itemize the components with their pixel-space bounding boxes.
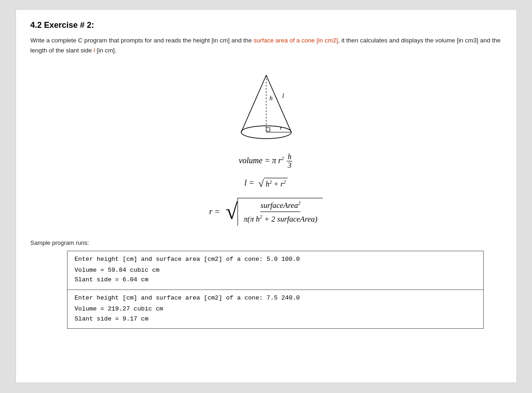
svg-text:l: l: [282, 93, 284, 99]
slant-formula: l = √ h2 + r2: [244, 178, 288, 189]
description: Write a complete C program that prompts …: [31, 36, 502, 55]
run-entry-2: Enter height [cm] and surface area [cm2]…: [67, 290, 483, 328]
sqrt-radicand: h2 + r2: [264, 178, 288, 189]
run2-output: Volume = 219.27 cubic cm Slant side = 9.…: [75, 304, 476, 324]
sample-runs-label: Sample program runs:: [31, 239, 502, 246]
highlight-l: l: [93, 47, 95, 54]
run1-output-line1: Volume = 59.84 cubic cm: [75, 265, 476, 275]
r-fraction-num: surfaceArea2: [260, 200, 300, 212]
fraction-denominator: 3: [287, 161, 292, 170]
run1-output-line2: Slant side = 6.04 cm: [75, 275, 476, 285]
r-fraction-den: π(π h2 + 2 surfaceArea): [243, 214, 317, 224]
run2-output-line2: Slant side = 9.17 cm: [75, 314, 476, 324]
svg-line-1: [241, 75, 266, 132]
radius-formula: r = √ surfaceArea2 π(π h2 + 2 surfaceAre…: [209, 198, 323, 226]
sqrt-container: √ h2 + r2: [258, 178, 288, 189]
cone-diagram: h l r: [31, 66, 502, 148]
fraction-numerator: h: [287, 153, 292, 161]
volume-fraction: h 3: [287, 153, 292, 170]
run1-output: Volume = 59.84 cubic cm Slant side = 6.0…: [75, 265, 476, 285]
page: 4.2 Exercise # 2: Write a complete C pro…: [15, 9, 517, 383]
run-entry-1: Enter height [cm] and surface area [cm2]…: [67, 251, 483, 290]
formulas-area: volume = π r2 h 3 l = √ h2 + r2 r = √ su…: [31, 153, 502, 226]
sqrt-symbol: √: [258, 179, 264, 189]
runs-box: Enter height [cm] and surface area [cm2]…: [67, 251, 484, 329]
big-sqrt: √ surfaceArea2 π(π h2 + 2 surfaceArea): [226, 198, 323, 226]
section-title: 4.2 Exercise # 2:: [31, 21, 502, 30]
r-label: r =: [209, 207, 222, 217]
highlight-surface-area: surface area of a cone [in cm2]: [253, 37, 338, 44]
svg-rect-4: [266, 128, 270, 131]
big-sqrt-symbol: √: [226, 201, 238, 222]
svg-line-2: [266, 75, 291, 132]
cone-svg: h l r: [221, 66, 312, 148]
big-fraction: surfaceArea2 π(π h2 + 2 surfaceArea): [238, 198, 323, 226]
svg-text:h: h: [269, 95, 273, 102]
svg-text:r: r: [280, 124, 283, 131]
run1-input: Enter height [cm] and surface area [cm2]…: [75, 256, 476, 263]
volume-formula: volume = π r2 h 3: [239, 153, 294, 170]
run2-input: Enter height [cm] and surface area [cm2]…: [75, 295, 476, 301]
run2-output-line1: Volume = 219.27 cubic cm: [75, 304, 476, 314]
